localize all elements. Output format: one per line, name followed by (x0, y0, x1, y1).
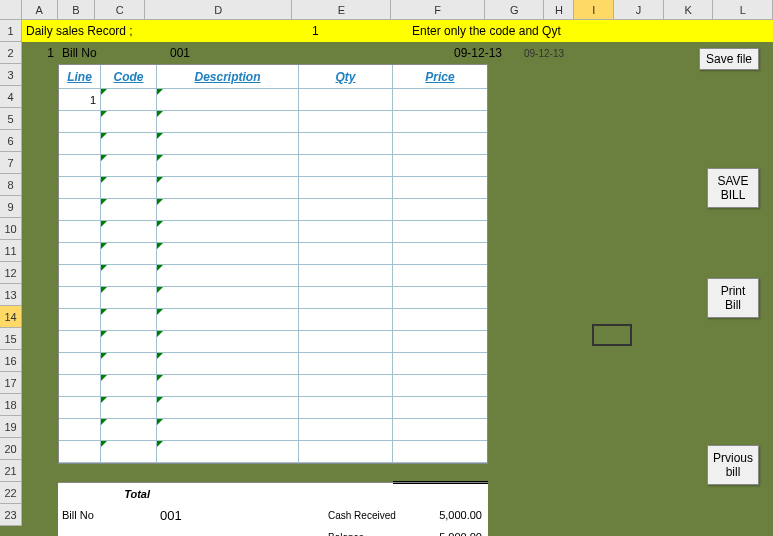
cell-code[interactable] (101, 419, 157, 440)
cell-qty[interactable] (299, 177, 393, 198)
save-file-button[interactable]: Save file (699, 48, 759, 70)
select-all-corner[interactable] (0, 0, 22, 19)
row-header-11[interactable]: 11 (0, 240, 22, 262)
row-header-22[interactable]: 22 (0, 482, 22, 504)
cell-line[interactable] (59, 199, 101, 220)
col-desc[interactable]: Description (157, 65, 299, 88)
cell-price[interactable] (393, 397, 487, 418)
cell-desc[interactable] (157, 265, 299, 286)
active-cell-cursor[interactable] (592, 324, 632, 346)
cell-qty[interactable] (299, 397, 393, 418)
cell-price[interactable] (393, 199, 487, 220)
table-row[interactable] (59, 441, 487, 463)
cell-desc[interactable] (157, 111, 299, 132)
cell-line[interactable] (59, 353, 101, 374)
cell-line[interactable]: 1 (59, 89, 101, 110)
col-header-G[interactable]: G (485, 0, 545, 19)
cell-code[interactable] (101, 111, 157, 132)
row-header-2[interactable]: 2 (0, 42, 22, 64)
table-row[interactable] (59, 331, 487, 353)
cell-qty[interactable] (299, 243, 393, 264)
col-header-F[interactable]: F (391, 0, 484, 19)
cell-line[interactable] (59, 419, 101, 440)
table-row[interactable] (59, 419, 487, 441)
cell-code[interactable] (101, 375, 157, 396)
cell-qty[interactable] (299, 155, 393, 176)
col-header-A[interactable]: A (22, 0, 58, 19)
cell-desc[interactable] (157, 221, 299, 242)
cell-price[interactable] (393, 133, 487, 154)
cell-line[interactable] (59, 287, 101, 308)
cell-desc[interactable] (157, 397, 299, 418)
col-header-C[interactable]: C (95, 0, 145, 19)
cell-desc[interactable] (157, 331, 299, 352)
cell-desc[interactable] (157, 155, 299, 176)
cell-code[interactable] (101, 265, 157, 286)
cell-line[interactable] (59, 397, 101, 418)
col-price[interactable]: Price (393, 65, 487, 88)
cell-price[interactable] (393, 441, 487, 462)
row-header-8[interactable]: 8 (0, 174, 22, 196)
cell-line[interactable] (59, 221, 101, 242)
cell-qty[interactable] (299, 111, 393, 132)
cell-line[interactable] (59, 331, 101, 352)
cell-code[interactable] (101, 133, 157, 154)
cell-code[interactable] (101, 199, 157, 220)
cell-price[interactable] (393, 287, 487, 308)
cell-qty[interactable] (299, 353, 393, 374)
row-header-18[interactable]: 18 (0, 394, 22, 416)
cell-code[interactable] (101, 309, 157, 330)
row-header-12[interactable]: 12 (0, 262, 22, 284)
cell-desc[interactable] (157, 89, 299, 110)
cell-code[interactable] (101, 243, 157, 264)
col-header-H[interactable]: H (544, 0, 574, 19)
table-row[interactable]: 1 (59, 89, 487, 111)
col-line[interactable]: Line (59, 65, 101, 88)
cell-qty[interactable] (299, 133, 393, 154)
cell-line[interactable] (59, 243, 101, 264)
cell-qty[interactable] (299, 441, 393, 462)
cell-desc[interactable] (157, 441, 299, 462)
cell-code[interactable] (101, 331, 157, 352)
cell-price[interactable] (393, 221, 487, 242)
save-bill-button[interactable]: SAVE BILL (707, 168, 759, 208)
cell-code[interactable] (101, 89, 157, 110)
cell-desc[interactable] (157, 375, 299, 396)
cell-desc[interactable] (157, 199, 299, 220)
row-header-9[interactable]: 9 (0, 196, 22, 218)
row-header-10[interactable]: 10 (0, 218, 22, 240)
table-row[interactable] (59, 111, 487, 133)
table-row[interactable] (59, 287, 487, 309)
table-row[interactable] (59, 177, 487, 199)
col-code[interactable]: Code (101, 65, 157, 88)
cell-qty[interactable] (299, 199, 393, 220)
cell-code[interactable] (101, 177, 157, 198)
row-header-5[interactable]: 5 (0, 108, 22, 130)
cell-price[interactable] (393, 89, 487, 110)
cell-code[interactable] (101, 397, 157, 418)
table-row[interactable] (59, 199, 487, 221)
cell-price[interactable] (393, 419, 487, 440)
cell-price[interactable] (393, 243, 487, 264)
row-header-15[interactable]: 15 (0, 328, 22, 350)
cell-line[interactable] (59, 375, 101, 396)
cell-line[interactable] (59, 155, 101, 176)
row-header-1[interactable]: 1 (0, 20, 22, 42)
cell-price[interactable] (393, 353, 487, 374)
cell-code[interactable] (101, 353, 157, 374)
previous-bill-button[interactable]: Prvious bill (707, 445, 759, 485)
col-header-L[interactable]: L (713, 0, 773, 19)
row-header-17[interactable]: 17 (0, 372, 22, 394)
cell-qty[interactable] (299, 331, 393, 352)
cell-line[interactable] (59, 309, 101, 330)
cell-qty[interactable] (299, 265, 393, 286)
table-row[interactable] (59, 397, 487, 419)
cell-desc[interactable] (157, 133, 299, 154)
table-row[interactable] (59, 353, 487, 375)
row-header-16[interactable]: 16 (0, 350, 22, 372)
col-header-J[interactable]: J (614, 0, 664, 19)
cell-qty[interactable] (299, 221, 393, 242)
row-header-4[interactable]: 4 (0, 86, 22, 108)
row-header-14[interactable]: 14 (0, 306, 22, 328)
cell-line[interactable] (59, 441, 101, 462)
